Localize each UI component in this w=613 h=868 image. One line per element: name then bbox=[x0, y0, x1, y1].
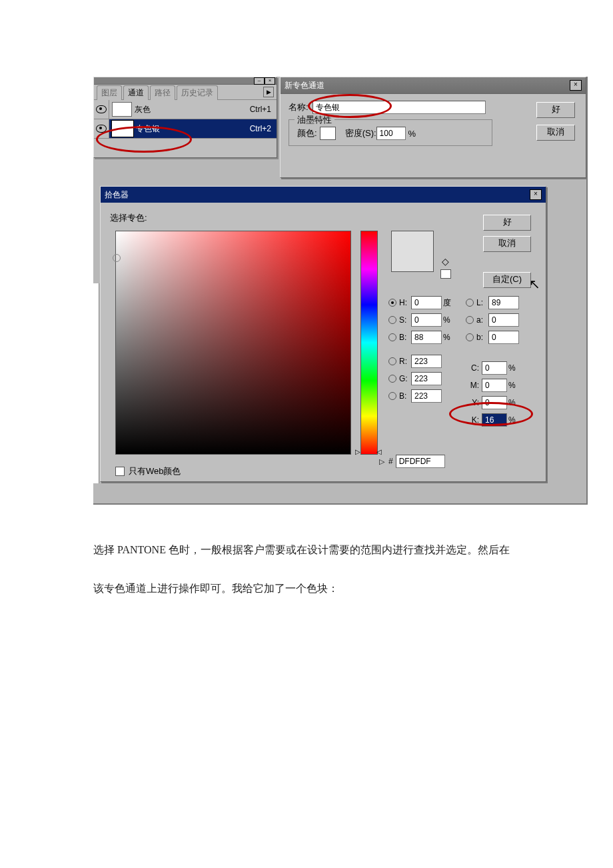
ink-characteristics-group: 油墨特性 颜色: 密度(S): % bbox=[289, 119, 492, 146]
label-a: a: bbox=[476, 315, 488, 325]
color-label: 颜色: bbox=[297, 127, 317, 139]
tab-channels[interactable]: 通道 bbox=[123, 85, 149, 100]
input-l[interactable] bbox=[488, 296, 519, 309]
eye-icon bbox=[96, 105, 107, 113]
channel-shortcut: Ctrl+1 bbox=[238, 105, 277, 114]
article-paragraph-1: 选择 PANTONE 色时，一般根据客户需要或在设计需要的范围内进行查找并选定。… bbox=[93, 539, 520, 561]
dialog-title: 新专色通道 bbox=[285, 80, 324, 91]
radio-a[interactable] bbox=[466, 316, 474, 324]
color-field-cursor bbox=[113, 254, 121, 262]
radio-h[interactable] bbox=[388, 299, 396, 307]
radio-s[interactable] bbox=[388, 316, 396, 324]
menu-arrow-icon: ▶ bbox=[267, 89, 271, 95]
input-bhsb[interactable] bbox=[411, 331, 442, 344]
unit-s: % bbox=[443, 315, 455, 325]
label-y: Y: bbox=[467, 398, 479, 407]
palette-close-button[interactable]: × bbox=[265, 77, 275, 85]
channels-palette: – × 图层 通道 路径 历史记录 ▶ 灰色 bbox=[93, 77, 277, 158]
name-label: 名称: bbox=[289, 101, 308, 113]
cmyk-fields: C: % M: % Y: % K: bbox=[467, 361, 520, 431]
ink-color-swatch[interactable] bbox=[320, 127, 336, 140]
input-m[interactable] bbox=[482, 379, 507, 392]
radio-l[interactable] bbox=[466, 299, 474, 307]
visibility-toggle[interactable] bbox=[94, 100, 109, 119]
group-title: 油墨特性 bbox=[295, 114, 334, 126]
input-brgb[interactable] bbox=[411, 389, 442, 403]
new-spot-channel-dialog: 新专色通道 × 名称: 油墨特性 颜色: 密度(S): % bbox=[280, 77, 586, 178]
channel-name: 专色银 bbox=[136, 123, 238, 135]
channel-shortcut: Ctrl+2 bbox=[238, 124, 277, 133]
input-blab[interactable] bbox=[488, 331, 519, 344]
hue-slider[interactable] bbox=[360, 231, 378, 455]
channel-list: 灰色 Ctrl+1 专色银 Ctrl+2 bbox=[94, 100, 277, 139]
input-h[interactable] bbox=[411, 296, 442, 309]
select-spot-label: 选择专色: bbox=[110, 212, 536, 224]
input-r[interactable] bbox=[411, 355, 442, 368]
input-c[interactable] bbox=[482, 361, 507, 375]
hex-prefix: # bbox=[388, 457, 393, 466]
picker-custom-button[interactable]: 自定(C) bbox=[483, 272, 531, 288]
ok-button[interactable]: 好 bbox=[536, 102, 575, 118]
picker-cancel-button[interactable]: 取消 bbox=[483, 236, 531, 252]
article-paragraph-2: 该专色通道上进行操作即可。我给它加了一个色块： bbox=[93, 577, 520, 600]
label-g: G: bbox=[399, 374, 411, 383]
visibility-toggle[interactable] bbox=[94, 119, 109, 138]
unit-bhsb: % bbox=[443, 333, 455, 342]
input-y[interactable] bbox=[482, 396, 507, 409]
picker-close-button[interactable]: × bbox=[530, 189, 542, 200]
palette-minimize-button[interactable]: – bbox=[254, 77, 265, 85]
mouse-cursor-icon: ↖ bbox=[529, 276, 540, 292]
input-g[interactable] bbox=[411, 372, 442, 385]
hex-input[interactable] bbox=[396, 455, 445, 468]
picker-titlebar[interactable]: 拾色器 × bbox=[101, 187, 546, 203]
color-field[interactable] bbox=[115, 231, 351, 455]
hue-slider-handles[interactable] bbox=[355, 448, 382, 456]
radio-blab[interactable] bbox=[466, 333, 474, 341]
unit-h: 度 bbox=[443, 297, 455, 309]
label-h: H: bbox=[399, 298, 411, 307]
unit-c: % bbox=[508, 363, 520, 373]
unit-m: % bbox=[508, 381, 520, 390]
unit-y: % bbox=[508, 398, 520, 407]
density-input[interactable] bbox=[376, 127, 406, 140]
label-l: L: bbox=[476, 298, 488, 307]
label-brgb: B: bbox=[399, 391, 411, 401]
palette-tabs: 图层 通道 路径 历史记录 ▶ bbox=[94, 85, 277, 100]
label-bhsb: B: bbox=[399, 333, 411, 342]
radio-bhsb[interactable] bbox=[388, 333, 396, 341]
radio-r[interactable] bbox=[388, 357, 396, 365]
canvas-edge bbox=[93, 283, 99, 483]
picker-ok-button[interactable]: 好 bbox=[483, 215, 531, 231]
tab-paths[interactable]: 路径 bbox=[150, 85, 175, 100]
unit-k: % bbox=[508, 415, 520, 425]
label-m: M: bbox=[467, 381, 479, 390]
web-colors-label: 只有Web颜色 bbox=[129, 465, 181, 477]
input-k[interactable] bbox=[482, 413, 507, 427]
hex-arrow-icon: ▷ bbox=[379, 457, 384, 466]
tab-history[interactable]: 历史记录 bbox=[177, 85, 218, 100]
channel-thumb bbox=[112, 121, 133, 137]
radio-brgb[interactable] bbox=[388, 392, 396, 400]
density-label: 密度(S): bbox=[345, 127, 376, 139]
palette-titlebar[interactable]: – × bbox=[94, 77, 277, 85]
palette-menu-button[interactable]: ▶ bbox=[263, 87, 274, 97]
gamut-warning-icon[interactable] bbox=[442, 256, 452, 267]
input-a[interactable] bbox=[488, 313, 519, 327]
radio-g[interactable] bbox=[388, 375, 396, 383]
web-safe-swatch[interactable] bbox=[440, 269, 451, 279]
input-s[interactable] bbox=[411, 313, 442, 327]
color-picker-dialog: 拾色器 × 选择专色: 好 取消 自定(C) ↖ bbox=[100, 186, 546, 482]
dialog-titlebar[interactable]: 新专色通道 × bbox=[281, 77, 586, 94]
label-s: S: bbox=[399, 315, 411, 325]
channel-row-gray[interactable]: 灰色 Ctrl+1 bbox=[94, 100, 277, 119]
dialog-close-button[interactable]: × bbox=[570, 80, 582, 91]
cancel-button[interactable]: 取消 bbox=[536, 125, 575, 141]
tab-layers[interactable]: 图层 bbox=[97, 85, 122, 100]
article-text: 选择 PANTONE 色时，一般根据客户需要或在设计需要的范围内进行查找并选定。… bbox=[93, 539, 520, 615]
label-blab: b: bbox=[476, 333, 488, 342]
label-c: C: bbox=[467, 363, 479, 373]
channel-thumb bbox=[112, 102, 132, 117]
web-colors-checkbox[interactable] bbox=[115, 467, 125, 476]
channel-row-spot-silver[interactable]: 专色银 Ctrl+2 bbox=[94, 119, 277, 139]
channel-name-input[interactable] bbox=[312, 101, 486, 114]
